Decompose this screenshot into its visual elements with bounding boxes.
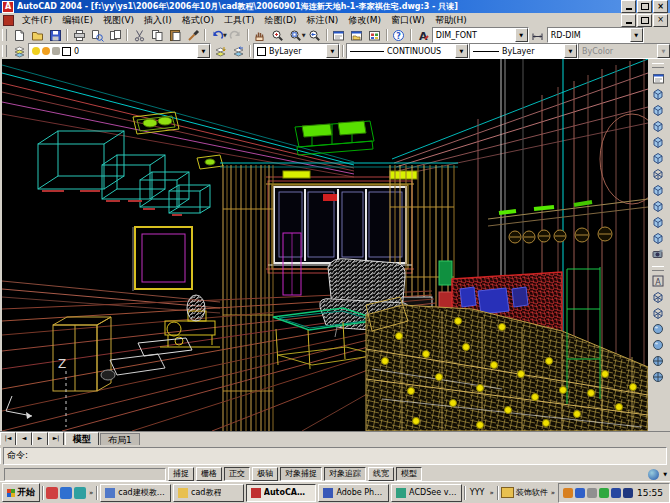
- dim-style-combo[interactable]: RD-DIM ▼: [547, 27, 644, 43]
- status-toggle-osnap[interactable]: 对象捕捉: [280, 467, 322, 481]
- save-icon[interactable]: [46, 28, 64, 43]
- open-icon[interactable]: [28, 28, 46, 43]
- camera-icon[interactable]: [650, 246, 667, 262]
- doc-minimize-button[interactable]: [621, 14, 636, 27]
- flat-shaded-icon[interactable]: [650, 321, 667, 337]
- layer-previous-icon[interactable]: [229, 44, 247, 59]
- toolbar-grip[interactable]: [2, 45, 7, 57]
- tab-nav-0[interactable]: |◄: [0, 432, 16, 446]
- lineweight-combo[interactable]: ByLayer ▼: [469, 43, 578, 59]
- sw-isometric-view-icon[interactable]: [650, 182, 667, 198]
- make-object-layer-current-icon[interactable]: [211, 44, 229, 59]
- match-properties-icon[interactable]: [184, 28, 202, 43]
- tab-nav-1[interactable]: ◄: [16, 432, 32, 446]
- desktop-toolbar-label[interactable]: 装饰软件: [516, 487, 548, 498]
- bulb-icon[interactable]: [32, 47, 40, 55]
- status-toggle-lwt[interactable]: 线宽: [368, 467, 394, 481]
- menu-draw[interactable]: 绘图(D): [259, 13, 301, 27]
- chevron-down-icon[interactable]: ▼: [197, 44, 210, 58]
- designcenter-icon[interactable]: [348, 28, 366, 43]
- lock-icon[interactable]: [52, 47, 60, 55]
- command-window[interactable]: 命令:: [0, 445, 670, 467]
- chevron-down-icon[interactable]: ▼: [515, 28, 528, 42]
- dim-style-icon[interactable]: [529, 28, 547, 43]
- language-chevron[interactable]: »: [488, 489, 494, 497]
- status-tray-chevron-icon[interactable]: ▼: [663, 471, 667, 477]
- new-icon[interactable]: [10, 28, 28, 43]
- zoom-previous-icon[interactable]: [306, 28, 324, 43]
- 2d-wireframe-icon[interactable]: A: [650, 273, 667, 289]
- chevron-down-icon[interactable]: ▼: [326, 44, 339, 58]
- chevron-down-icon[interactable]: ▼: [630, 28, 643, 42]
- tab-nav-2[interactable]: ►: [32, 432, 48, 446]
- top-view-icon[interactable]: [650, 86, 667, 102]
- nw-isometric-view-icon[interactable]: [650, 230, 667, 246]
- tab-nav-3[interactable]: ►|: [48, 432, 64, 446]
- doc-close-button[interactable]: ×: [653, 14, 668, 27]
- drawing-canvas[interactable]: Z: [2, 59, 648, 431]
- properties-icon[interactable]: [330, 28, 348, 43]
- plot-preview-icon[interactable]: [88, 28, 106, 43]
- right-view-icon[interactable]: [650, 134, 667, 150]
- status-toggle-grid[interactable]: 栅格: [196, 467, 222, 481]
- taskbar-window-acdsee[interactable]: ACDSee v3.1...: [391, 484, 462, 502]
- named-views-icon[interactable]: [650, 70, 667, 86]
- menu-file[interactable]: 文件(F): [17, 13, 57, 27]
- 3d-wireframe-icon[interactable]: [650, 289, 667, 305]
- quicklaunch-3-icon[interactable]: [74, 487, 86, 499]
- status-toggle-snap[interactable]: 捕捉: [168, 467, 194, 481]
- status-toggle-model[interactable]: 模型: [396, 467, 422, 481]
- tray-3-icon[interactable]: [587, 488, 597, 498]
- menu-view[interactable]: 视图(V): [98, 13, 139, 27]
- redo-icon[interactable]: [227, 28, 245, 43]
- quicklaunch-1-icon[interactable]: [46, 487, 58, 499]
- quicklaunch-chevron[interactable]: »: [88, 489, 94, 497]
- help-icon[interactable]: ?: [390, 28, 408, 43]
- text-style-combo[interactable]: DIM_FONT ▼: [432, 27, 529, 43]
- paste-icon[interactable]: [166, 28, 184, 43]
- tray-1-icon[interactable]: [563, 488, 573, 498]
- gouraud-shaded-icon[interactable]: [650, 337, 667, 353]
- menu-help[interactable]: 帮助(H): [430, 13, 472, 27]
- taskbar-window-cad-model-tutorial[interactable]: cad建模教程...: [100, 484, 171, 502]
- status-toggle-ortho[interactable]: 正交: [224, 467, 250, 481]
- menu-insert[interactable]: 插入(I): [139, 13, 177, 27]
- close-button[interactable]: ×: [653, 0, 668, 13]
- language-indicator[interactable]: YYY: [468, 488, 487, 497]
- menu-dimension[interactable]: 标注(N): [301, 13, 343, 27]
- color-combo[interactable]: ByLayer ▼: [253, 43, 340, 59]
- tray-2-icon[interactable]: [575, 488, 585, 498]
- toolbar-grip[interactable]: [2, 29, 7, 41]
- tray-5-icon[interactable]: [611, 488, 621, 498]
- tool-palettes-icon[interactable]: [366, 28, 384, 43]
- taskbar-window-cad-tutorial-folder[interactable]: cad教程: [173, 484, 244, 502]
- tray-4-icon[interactable]: [599, 488, 609, 498]
- document-icon[interactable]: [3, 15, 14, 26]
- cut-icon[interactable]: [130, 28, 148, 43]
- layer-properties-manager-icon[interactable]: [10, 44, 28, 59]
- start-button[interactable]: 开始: [2, 483, 40, 502]
- menu-window[interactable]: 窗口(W): [386, 13, 430, 27]
- back-view-icon[interactable]: [650, 166, 667, 182]
- doc-restore-button[interactable]: [637, 14, 652, 27]
- hidden-shade-icon[interactable]: [650, 305, 667, 321]
- bottom-view-icon[interactable]: [650, 102, 667, 118]
- menu-modify[interactable]: 修改(M): [343, 13, 386, 27]
- plot-icon[interactable]: [70, 28, 88, 43]
- tray-6-icon[interactable]: [623, 488, 633, 498]
- flat-shaded-edges-icon[interactable]: [650, 353, 667, 369]
- restore-button[interactable]: [637, 0, 652, 13]
- publish-icon[interactable]: [106, 28, 124, 43]
- zoom-realtime-icon[interactable]: [269, 28, 287, 43]
- ne-isometric-view-icon[interactable]: [650, 214, 667, 230]
- menu-tools[interactable]: 工具(T): [219, 13, 260, 27]
- copy-icon[interactable]: [148, 28, 166, 43]
- command-prompt[interactable]: 命令:: [3, 447, 667, 465]
- pan-realtime-icon[interactable]: [251, 28, 269, 43]
- sun-icon[interactable]: [42, 47, 50, 55]
- layer-combo[interactable]: 0 ▼: [28, 43, 211, 59]
- toolbar-grip[interactable]: [652, 63, 664, 68]
- chevron-down-icon[interactable]: ▼: [564, 44, 577, 58]
- front-view-icon[interactable]: [650, 150, 667, 166]
- quicklaunch-2-icon[interactable]: [60, 487, 72, 499]
